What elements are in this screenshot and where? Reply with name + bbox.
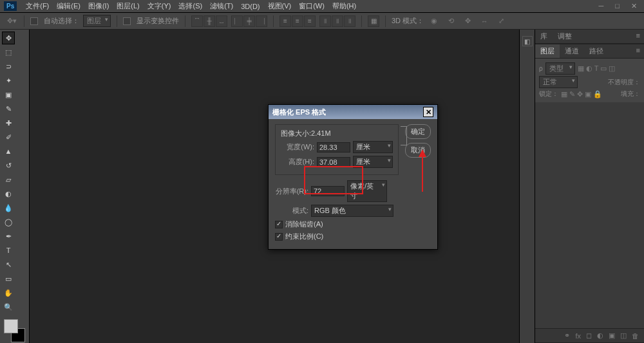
history-tool[interactable]: ↺ [2, 159, 15, 172]
lock-trans-icon[interactable]: ▦ [561, 90, 567, 98]
panel1-menu-icon[interactable]: ≡ [632, 30, 644, 43]
brush-tool[interactable]: ✐ [2, 131, 15, 144]
dialog-close-button[interactable]: ✕ [423, 107, 433, 117]
zoom3d-icon[interactable]: ⤢ [495, 15, 507, 27]
auto-select-dropdown[interactable]: 图层 [83, 15, 111, 27]
fg-color[interactable] [4, 319, 18, 333]
path-tool[interactable]: ↖ [2, 258, 15, 271]
dist-bottom-icon[interactable]: ≡ [304, 15, 316, 27]
align-left-icon[interactable]: ⎸ [231, 15, 243, 27]
marquee-tool[interactable]: ⬚ [2, 46, 15, 59]
new-layer-icon[interactable]: ◫ [620, 331, 627, 340]
filter-img-icon[interactable]: ▦ [578, 64, 584, 73]
menu-help[interactable]: 帮助(H) [328, 1, 360, 11]
align-right-icon[interactable]: ⎹ [256, 15, 267, 27]
roll3d-icon[interactable]: ⟲ [444, 15, 457, 27]
filter-shape-icon[interactable]: ▭ [600, 64, 607, 73]
filter-type-icon[interactable]: T [594, 64, 599, 73]
menu-image[interactable]: 图像(I) [84, 1, 113, 11]
align-bottom-icon[interactable]: ⎵ [216, 15, 227, 27]
width-unit-dropdown[interactable]: 厘米 [353, 141, 393, 153]
dist-vcenter-icon[interactable]: ≡ [292, 15, 303, 27]
tab-layers[interactable]: 图层 [535, 44, 560, 58]
tab-adjustments[interactable]: 调整 [553, 30, 577, 43]
wand-tool[interactable]: ✦ [2, 74, 15, 87]
blend-dropdown[interactable]: 正常 [539, 76, 578, 88]
dodge-tool[interactable]: ◯ [2, 216, 15, 228]
fill-label: 填充： [621, 89, 640, 98]
layer-fx-icon[interactable]: fx [575, 332, 581, 340]
menu-edit[interactable]: 编辑(E) [53, 1, 84, 11]
filter-adj-icon[interactable]: ◐ [586, 64, 592, 73]
gradient-tool[interactable]: ◐ [2, 187, 15, 200]
lock-pos-icon[interactable]: ✥ [577, 90, 583, 98]
dist-top-icon[interactable]: ≡ [279, 15, 291, 27]
mode-dropdown[interactable]: RGB 颜色 [311, 205, 393, 217]
menu-window[interactable]: 窗口(W) [295, 1, 328, 11]
move-tool[interactable]: ✥ [2, 32, 15, 44]
resolution-input[interactable] [311, 186, 345, 196]
menu-view[interactable]: 视图(V) [264, 1, 296, 11]
layers-panel-menu-icon[interactable]: ≡ [632, 44, 644, 58]
height-input[interactable] [317, 157, 350, 167]
menu-3d[interactable]: 3D(D) [237, 3, 263, 10]
dist-right-icon[interactable]: ⦀ [344, 15, 355, 27]
delete-icon[interactable]: 🗑 [632, 332, 639, 340]
stamp-tool[interactable]: ▲ [2, 145, 15, 158]
height-unit-dropdown[interactable]: 厘米 [353, 156, 393, 168]
tab-libraries[interactable]: 库 [535, 30, 553, 43]
eraser-tool[interactable]: ▱ [2, 173, 15, 186]
group-icon[interactable]: ▣ [609, 331, 615, 340]
menu-type[interactable]: 文字(Y) [144, 1, 175, 11]
heal-tool[interactable]: ✚ [2, 116, 15, 129]
zoom-tool[interactable]: 🔍 [2, 301, 15, 313]
slide3d-icon[interactable]: ↔ [478, 15, 491, 27]
auto-select-checkbox[interactable] [30, 17, 38, 25]
history-panel-icon[interactable]: ◧ [522, 36, 533, 46]
crop-tool[interactable]: ▣ [2, 88, 15, 101]
close-button[interactable]: ✕ [628, 2, 640, 10]
show-transform-checkbox[interactable] [123, 17, 131, 25]
lasso-tool[interactable]: ⊃ [2, 60, 15, 73]
cancel-button[interactable]: 取消 [405, 143, 431, 158]
lock-artboard-icon[interactable]: ▣ [585, 90, 591, 98]
dist-hcenter-icon[interactable]: ⦀ [332, 15, 343, 27]
pan3d-icon[interactable]: ✥ [461, 15, 474, 27]
link-layers-icon[interactable]: ⚭ [564, 331, 570, 340]
canvas[interactable]: 栅格化 EPS 格式 ✕ 图像大小:2.41M 宽度(W): 厘米 高度(H): [30, 30, 519, 343]
tab-paths[interactable]: 路径 [584, 44, 609, 58]
minimize-button[interactable]: ─ [596, 2, 607, 10]
layer-mask-icon[interactable]: ◻ [586, 331, 592, 340]
dialog-titlebar[interactable]: 栅格化 EPS 格式 ✕ [269, 105, 437, 119]
color-swatch[interactable] [4, 319, 25, 342]
align-top-icon[interactable]: ⎴ [191, 15, 203, 27]
align-vcenter-icon[interactable]: ╫ [204, 15, 215, 27]
shape-tool[interactable]: ▭ [2, 272, 15, 285]
kind-dropdown[interactable]: 类型 [545, 62, 575, 75]
layers-list[interactable] [535, 102, 644, 328]
orbit3d-icon[interactable]: ◉ [428, 15, 440, 27]
auto-align-icon[interactable]: ▦ [368, 15, 379, 27]
menu-filter[interactable]: 滤镜(T) [206, 1, 237, 11]
maximize-button[interactable]: □ [612, 2, 623, 10]
menu-layer[interactable]: 图层(L) [113, 1, 143, 11]
blur-tool[interactable]: 💧 [2, 201, 15, 214]
menu-select[interactable]: 选择(S) [175, 1, 206, 11]
constrain-checkbox[interactable] [275, 233, 283, 241]
pen-tool[interactable]: ✒ [2, 230, 15, 243]
lock-all-icon[interactable]: 🔒 [593, 90, 602, 98]
adjustment-layer-icon[interactable]: ◐ [597, 331, 603, 340]
align-hcenter-icon[interactable]: ╪ [243, 15, 255, 27]
eyedropper-tool[interactable]: ✎ [2, 102, 15, 115]
type-tool[interactable]: T [2, 244, 15, 257]
menu-file[interactable]: 文件(F) [22, 1, 53, 11]
ok-button[interactable]: 确定 [405, 124, 431, 139]
lock-pixel-icon[interactable]: ✎ [569, 90, 575, 98]
width-input[interactable] [317, 142, 350, 153]
res-unit-dropdown[interactable]: 像素/英寸 [347, 180, 387, 202]
antialias-checkbox[interactable] [275, 221, 283, 228]
hand-tool[interactable]: ✋ [2, 286, 15, 299]
tab-channels[interactable]: 通道 [560, 44, 584, 58]
filter-smart-icon[interactable]: ◫ [609, 64, 615, 73]
dist-left-icon[interactable]: ⦀ [319, 15, 331, 27]
